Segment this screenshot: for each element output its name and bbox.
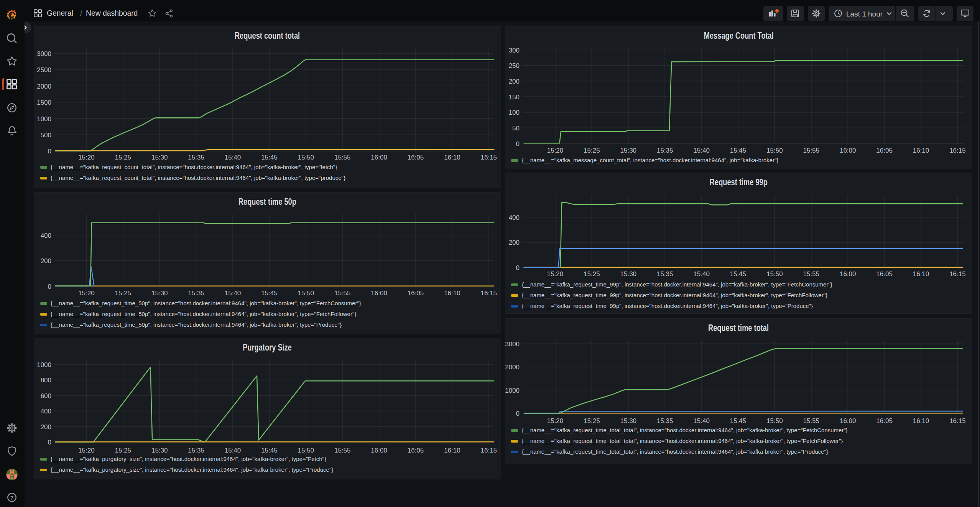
- svg-text:15:55: 15:55: [803, 147, 820, 154]
- svg-text:15:20: 15:20: [547, 147, 564, 154]
- svg-text:15:25: 15:25: [115, 154, 132, 161]
- svg-text:15:20: 15:20: [78, 447, 95, 454]
- svg-text:15:50: 15:50: [298, 447, 314, 454]
- svg-text:16:00: 16:00: [840, 270, 856, 278]
- svg-text:15:40: 15:40: [225, 290, 241, 297]
- svg-text:15:25: 15:25: [115, 447, 132, 454]
- svg-text:16:05: 16:05: [408, 447, 424, 454]
- svg-text:16:00: 16:00: [371, 154, 387, 161]
- svg-text:0: 0: [48, 283, 51, 290]
- svg-text:15:50: 15:50: [298, 290, 314, 297]
- svg-text:15:40: 15:40: [693, 147, 710, 154]
- svg-text:500: 500: [41, 132, 51, 139]
- svg-text:0: 0: [48, 148, 51, 155]
- svg-text:16:10: 16:10: [444, 447, 460, 454]
- svg-text:15:30: 15:30: [620, 147, 637, 154]
- svg-text:16:05: 16:05: [876, 417, 893, 425]
- svg-text:16:10: 16:10: [444, 154, 460, 161]
- svg-text:2000: 2000: [505, 364, 520, 371]
- svg-text:16:10: 16:10: [444, 290, 460, 297]
- svg-text:400: 400: [509, 214, 520, 221]
- svg-text:15:40: 15:40: [693, 417, 710, 425]
- svg-text:16:10: 16:10: [913, 270, 929, 278]
- svg-text:15:25: 15:25: [584, 270, 600, 278]
- svg-text:15:50: 15:50: [298, 154, 314, 161]
- svg-text:15:35: 15:35: [188, 154, 204, 161]
- svg-text:1000: 1000: [37, 361, 51, 369]
- svg-text:0: 0: [516, 264, 520, 272]
- svg-text:0: 0: [516, 140, 520, 148]
- svg-text:200: 200: [509, 239, 520, 246]
- svg-text:16:10: 16:10: [913, 417, 929, 425]
- svg-text:3000: 3000: [505, 341, 520, 348]
- svg-text:15:35: 15:35: [188, 447, 204, 454]
- svg-text:50: 50: [512, 125, 520, 132]
- svg-text:16:15: 16:15: [481, 154, 497, 161]
- svg-text:15:30: 15:30: [620, 417, 637, 425]
- svg-text:15:50: 15:50: [766, 270, 783, 278]
- svg-text:15:35: 15:35: [657, 417, 673, 425]
- svg-text:16:05: 16:05: [876, 270, 893, 278]
- svg-text:200: 200: [509, 78, 520, 85]
- svg-text:150: 150: [509, 94, 520, 101]
- svg-text:1000: 1000: [37, 115, 51, 123]
- svg-text:15:20: 15:20: [78, 154, 95, 161]
- svg-text:15:55: 15:55: [803, 270, 820, 278]
- svg-text:16:15: 16:15: [949, 417, 966, 425]
- svg-text:15:45: 15:45: [730, 270, 747, 278]
- svg-text:15:40: 15:40: [225, 447, 241, 454]
- svg-text:16:15: 16:15: [481, 290, 497, 297]
- svg-text:100: 100: [509, 109, 520, 116]
- svg-text:15:45: 15:45: [261, 290, 278, 297]
- svg-text:15:55: 15:55: [334, 154, 351, 161]
- svg-text:15:50: 15:50: [766, 417, 783, 425]
- svg-text:1000: 1000: [505, 387, 520, 394]
- svg-text:16:15: 16:15: [949, 270, 966, 278]
- svg-text:15:20: 15:20: [547, 270, 564, 278]
- svg-text:0: 0: [516, 410, 520, 417]
- svg-text:400: 400: [41, 408, 51, 415]
- svg-text:15:35: 15:35: [657, 147, 673, 154]
- svg-text:250: 250: [509, 62, 520, 69]
- svg-text:15:55: 15:55: [803, 417, 820, 425]
- svg-text:1500: 1500: [37, 99, 51, 106]
- svg-text:15:55: 15:55: [334, 290, 351, 297]
- svg-text:15:45: 15:45: [730, 417, 747, 425]
- svg-text:16:05: 16:05: [408, 154, 424, 161]
- svg-text:15:55: 15:55: [334, 447, 351, 454]
- svg-text:16:00: 16:00: [371, 290, 387, 297]
- svg-text:15:45: 15:45: [730, 147, 747, 154]
- svg-text:15:40: 15:40: [693, 270, 710, 278]
- svg-text:16:00: 16:00: [371, 447, 387, 454]
- svg-text:15:50: 15:50: [766, 147, 783, 154]
- svg-text:16:05: 16:05: [876, 147, 893, 154]
- svg-text:15:30: 15:30: [620, 270, 637, 278]
- svg-text:400: 400: [41, 232, 51, 239]
- svg-text:200: 200: [41, 423, 51, 431]
- svg-text:16:15: 16:15: [949, 147, 966, 154]
- svg-text:15:45: 15:45: [261, 154, 278, 161]
- svg-text:0: 0: [48, 439, 51, 446]
- svg-text:16:00: 16:00: [840, 147, 856, 154]
- svg-text:16:15: 16:15: [481, 447, 497, 454]
- svg-text:15:20: 15:20: [547, 417, 564, 425]
- svg-text:15:30: 15:30: [151, 447, 168, 454]
- svg-text:15:25: 15:25: [584, 417, 600, 425]
- svg-text:15:20: 15:20: [78, 290, 95, 297]
- svg-text:15:40: 15:40: [225, 154, 241, 161]
- svg-text:200: 200: [41, 257, 51, 265]
- svg-text:15:30: 15:30: [151, 290, 168, 297]
- svg-text:15:35: 15:35: [188, 290, 204, 297]
- svg-text:2000: 2000: [37, 83, 51, 90]
- svg-text:?: ?: [10, 494, 13, 501]
- svg-text:2500: 2500: [37, 66, 51, 74]
- svg-text:16:00: 16:00: [840, 417, 856, 425]
- svg-text:15:35: 15:35: [657, 270, 673, 278]
- svg-text:15:45: 15:45: [261, 447, 278, 454]
- svg-text:16:10: 16:10: [913, 147, 929, 154]
- svg-text:600: 600: [41, 392, 51, 400]
- svg-text:15:25: 15:25: [115, 290, 132, 297]
- svg-text:300: 300: [509, 47, 520, 54]
- svg-text:15:25: 15:25: [584, 147, 600, 154]
- svg-text:3000: 3000: [37, 50, 51, 58]
